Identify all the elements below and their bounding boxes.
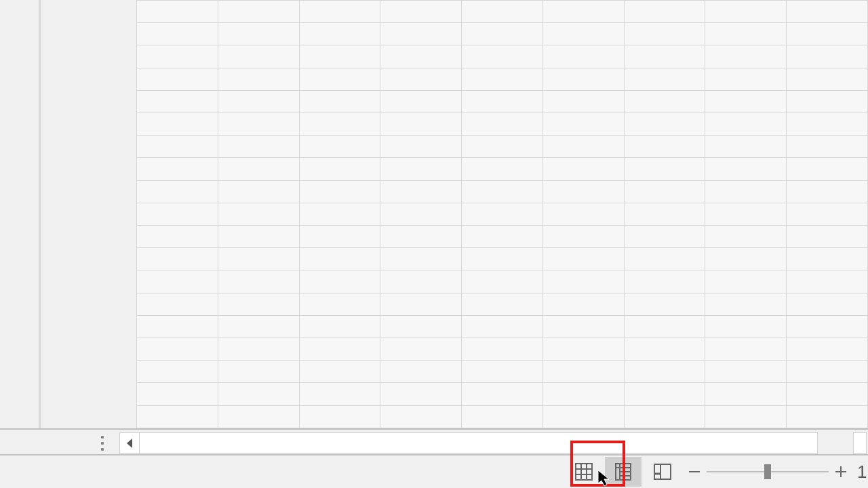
cell[interactable]	[299, 136, 380, 158]
cell[interactable]	[624, 158, 705, 180]
cell[interactable]	[137, 361, 218, 383]
cell[interactable]	[137, 113, 218, 136]
cell[interactable]	[787, 68, 868, 90]
cell[interactable]	[462, 248, 543, 270]
cell[interactable]	[624, 180, 705, 203]
cell[interactable]	[299, 68, 380, 90]
cell[interactable]	[705, 23, 787, 45]
cell[interactable]	[624, 383, 705, 405]
cell[interactable]	[542, 226, 624, 248]
cell[interactable]	[542, 158, 624, 180]
cell[interactable]	[137, 180, 218, 203]
cell[interactable]	[542, 270, 624, 293]
cell[interactable]	[380, 68, 462, 90]
sheet-tab-drag-handle[interactable]	[98, 434, 107, 453]
cell[interactable]	[218, 1, 299, 23]
cell[interactable]	[462, 90, 543, 113]
cell[interactable]	[380, 315, 462, 338]
cell[interactable]	[218, 23, 299, 45]
cell[interactable]	[462, 270, 543, 293]
cell[interactable]	[624, 136, 705, 158]
cell[interactable]	[380, 23, 462, 45]
cell[interactable]	[542, 203, 624, 225]
cell[interactable]	[624, 361, 705, 383]
cell[interactable]	[462, 293, 543, 315]
cell[interactable]	[299, 405, 380, 428]
cell[interactable]	[218, 405, 299, 428]
zoom-value-label[interactable]: 1	[853, 462, 867, 483]
cell[interactable]	[137, 68, 218, 90]
cell[interactable]	[542, 113, 624, 136]
cell[interactable]	[624, 248, 705, 270]
cell[interactable]	[542, 293, 624, 315]
cell[interactable]	[218, 90, 299, 113]
cell[interactable]	[624, 293, 705, 315]
cell[interactable]	[299, 293, 380, 315]
cell[interactable]	[787, 1, 868, 23]
cell[interactable]	[624, 68, 705, 90]
cell[interactable]	[380, 270, 462, 293]
cell[interactable]	[299, 248, 380, 270]
cell[interactable]	[380, 180, 462, 203]
cell[interactable]	[542, 45, 624, 68]
cell[interactable]	[787, 90, 868, 113]
cell[interactable]	[299, 23, 380, 45]
cell[interactable]	[542, 136, 624, 158]
cell[interactable]	[542, 23, 624, 45]
cell[interactable]	[787, 270, 868, 293]
cell[interactable]	[299, 203, 380, 225]
cell[interactable]	[380, 158, 462, 180]
cell[interactable]	[705, 248, 787, 270]
cell[interactable]	[462, 315, 543, 338]
cell[interactable]	[624, 45, 705, 68]
cell[interactable]	[787, 23, 868, 45]
cell[interactable]	[705, 45, 787, 68]
cell[interactable]	[218, 361, 299, 383]
cell[interactable]	[218, 293, 299, 315]
cell[interactable]	[705, 180, 787, 203]
cell[interactable]	[542, 383, 624, 405]
cell[interactable]	[380, 226, 462, 248]
cell[interactable]	[705, 315, 787, 338]
cell[interactable]	[462, 405, 543, 428]
cell[interactable]	[624, 315, 705, 338]
cell[interactable]	[137, 203, 218, 225]
cell[interactable]	[380, 90, 462, 113]
cell[interactable]	[380, 1, 462, 23]
cell[interactable]	[705, 226, 787, 248]
cell[interactable]	[542, 315, 624, 338]
cell[interactable]	[787, 180, 868, 203]
cell[interactable]	[380, 136, 462, 158]
cell[interactable]	[462, 180, 543, 203]
cell[interactable]	[299, 90, 380, 113]
cell[interactable]	[624, 203, 705, 225]
cell[interactable]	[218, 226, 299, 248]
normal-view-button[interactable]	[566, 457, 602, 487]
cell[interactable]	[380, 361, 462, 383]
cell[interactable]	[380, 338, 462, 361]
cell[interactable]	[462, 45, 543, 68]
cell[interactable]	[462, 1, 543, 23]
cell[interactable]	[787, 293, 868, 315]
cell[interactable]	[137, 23, 218, 45]
cell[interactable]	[299, 361, 380, 383]
cell[interactable]	[787, 45, 868, 68]
cell[interactable]	[380, 405, 462, 428]
cell[interactable]	[787, 361, 868, 383]
cell[interactable]	[380, 113, 462, 136]
cell[interactable]	[787, 315, 868, 338]
cell[interactable]	[705, 361, 787, 383]
cell[interactable]	[380, 45, 462, 68]
cell[interactable]	[624, 23, 705, 45]
cell[interactable]	[218, 248, 299, 270]
cell[interactable]	[787, 203, 868, 225]
cell[interactable]	[218, 315, 299, 338]
cell[interactable]	[299, 180, 380, 203]
cell[interactable]	[299, 1, 380, 23]
cell[interactable]	[705, 1, 787, 23]
cell[interactable]	[137, 405, 218, 428]
cell[interactable]	[137, 1, 218, 23]
cell[interactable]	[299, 383, 380, 405]
cell[interactable]	[542, 180, 624, 203]
cell[interactable]	[462, 361, 543, 383]
